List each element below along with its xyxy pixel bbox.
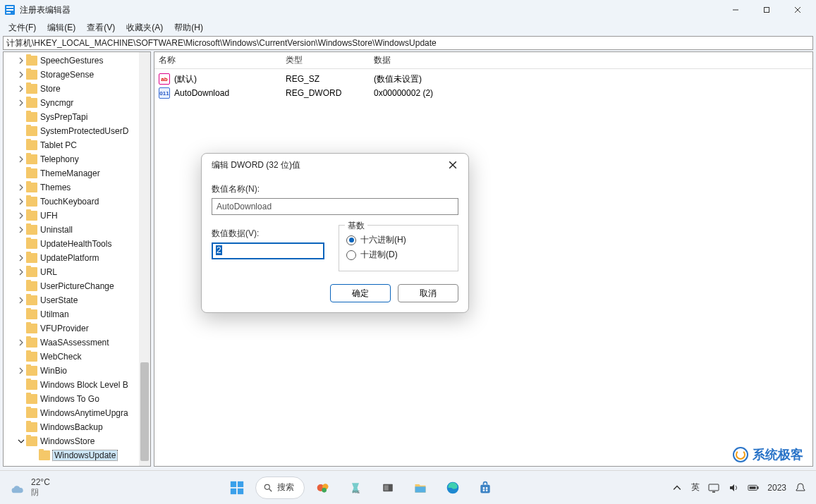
chevron-right-icon[interactable] [16,211,26,221]
taskbar-taskview[interactable] [374,474,402,502]
svg-rect-13 [237,488,243,493]
chevron-right-icon[interactable] [16,70,26,80]
tray-battery-icon[interactable] [748,482,759,493]
start-button[interactable] [223,474,251,502]
tree-item[interactable]: WindowsBackup [4,420,150,434]
chevron-right-icon[interactable] [16,267,26,277]
folder-icon [26,338,37,348]
tree-scrollbar[interactable] [139,52,150,466]
chevron-right-icon[interactable] [16,98,26,108]
menu-view[interactable]: 查看(V) [81,20,121,35]
taskbar-copilot[interactable]: PRE [341,474,370,502]
tree-item[interactable]: Windows To Go [4,392,150,406]
chevron-right-icon[interactable] [16,225,26,235]
tree-item[interactable]: Tablet PC [4,138,150,152]
taskbar-edge[interactable] [439,474,467,502]
value-data-label: 数值数据(V): [212,228,324,240]
close-button[interactable] [782,0,813,20]
tree-item[interactable]: WindowsAnytimeUpgra [4,406,150,420]
tree-item-label: UserState [40,295,78,305]
col-header-name[interactable]: 名称 [159,54,286,66]
tray-ime[interactable]: 英 [691,481,700,493]
tray-volume-icon[interactable] [728,482,739,493]
tree-item[interactable]: Utilman [4,307,150,321]
tree-item[interactable]: Uninstall [4,223,150,237]
taskbar-weather[interactable]: 22°C 阴 [0,477,50,498]
tree-item[interactable]: UserPictureChange [4,279,150,293]
tree-item[interactable]: ThemeManager [4,166,150,180]
tree-item[interactable]: SpeechGestures [4,54,150,68]
taskbar-explorer[interactable] [406,474,434,502]
tree-item[interactable]: UpdatePlatform [4,251,150,265]
tree-item[interactable]: WebCheck [4,350,150,364]
tree-item[interactable]: WindowsUpdate [4,448,150,462]
tree-item[interactable]: URL [4,265,150,279]
menu-favorites[interactable]: 收藏夹(A) [121,20,169,35]
taskbar-search[interactable]: 搜索 [255,477,305,499]
ok-button[interactable]: 确定 [330,284,391,302]
folder-icon [26,366,37,376]
dialog-close-button[interactable] [444,156,461,173]
dialog-titlebar[interactable]: 编辑 DWORD (32 位)值 [202,154,468,176]
tree-item[interactable]: Themes [4,180,150,195]
folder-icon [39,450,50,460]
tray-overflow[interactable] [671,482,683,493]
radio-hex[interactable]: 十六进制(H) [346,234,451,246]
svg-rect-22 [415,486,425,492]
col-header-data[interactable]: 数据 [374,54,812,66]
tree-item[interactable]: WinBio [4,364,150,378]
radio-dec[interactable]: 十进制(D) [346,249,451,261]
list-row[interactable]: 011AutoDownloadREG_DWORD0x00000002 (2) [159,86,808,100]
taskbar-store[interactable] [471,474,499,502]
tree-item[interactable]: UFH [4,209,150,223]
cancel-button[interactable]: 取消 [398,284,458,302]
value-name-input[interactable] [212,198,458,215]
tray-clock[interactable]: 2023 [767,483,786,493]
taskbar-widget-1[interactable] [309,474,337,502]
chevron-right-icon[interactable] [16,56,26,66]
svg-rect-32 [757,486,759,489]
chevron-right-icon[interactable] [16,183,26,192]
tree-item[interactable]: Telephony [4,152,150,166]
tree-item[interactable]: SysPrepTapi [4,110,150,124]
tree-item[interactable]: VFUProvider [4,321,150,336]
col-header-type[interactable]: 类型 [286,54,374,66]
chevron-right-icon[interactable] [16,154,26,164]
menu-file[interactable]: 文件(F) [3,20,42,35]
minimize-button[interactable] [720,0,751,20]
chevron-right-icon[interactable] [16,84,26,94]
svg-line-15 [269,488,272,491]
tray-network-icon[interactable] [708,482,719,493]
tray-notifications-icon[interactable] [795,482,806,493]
chevron-right-icon[interactable] [16,197,26,207]
registry-tree[interactable]: SpeechGesturesStorageSenseStoreSyncmgrSy… [4,52,150,466]
chevron-right-icon[interactable] [16,253,26,263]
tree-item[interactable]: Windows Block Level B [4,378,150,392]
chevron-down-icon[interactable] [16,436,26,446]
scrollbar-thumb[interactable] [140,362,149,461]
maximize-button[interactable] [751,0,782,20]
menu-help[interactable]: 帮助(H) [169,20,209,35]
folder-icon [26,267,37,277]
chevron-right-icon[interactable] [16,366,26,376]
tree-item[interactable]: WindowsStore [4,434,150,448]
tree-item[interactable]: UpdateHealthTools [4,237,150,251]
svg-rect-3 [6,12,11,13]
tree-item[interactable]: SystemProtectedUserD [4,124,150,138]
tree-item[interactable]: TouchKeyboard [4,195,150,209]
address-bar[interactable]: 计算机\HKEY_LOCAL_MACHINE\SOFTWARE\Microsof… [3,36,813,50]
tree-item-label: WebCheck [40,352,81,362]
menubar: 文件(F) 编辑(E) 查看(V) 收藏夹(A) 帮助(H) [0,20,816,35]
tree-item-label: Telephony [40,154,79,164]
chevron-right-icon[interactable] [16,295,26,305]
tree-item[interactable]: StorageSense [4,68,150,82]
tree-item[interactable]: UserState [4,293,150,307]
value-data-input[interactable]: 2 [212,242,324,259]
list-row[interactable]: ab(默认)REG_SZ(数值未设置) [159,72,808,86]
chevron-right-icon[interactable] [16,338,26,348]
tree-item[interactable]: WaaSAssessment [4,336,150,350]
folder-icon [26,98,37,108]
menu-edit[interactable]: 编辑(E) [42,20,81,35]
tree-item[interactable]: Syncmgr [4,96,150,110]
tree-item[interactable]: Store [4,82,150,96]
